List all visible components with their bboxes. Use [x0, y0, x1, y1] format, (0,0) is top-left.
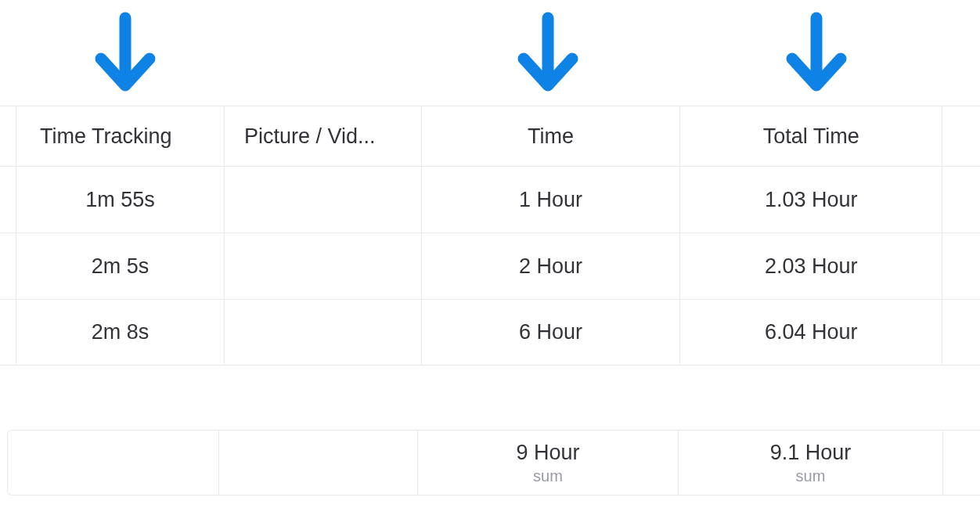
row-leading-spacer [0, 167, 16, 232]
data-table: Time Tracking Picture / Vid... Time Tota… [0, 106, 980, 366]
summary-cell-picture-video[interactable] [219, 431, 418, 495]
summary-total-time-value: 9.1 Hour [770, 440, 852, 465]
cell-picture-video[interactable] [225, 167, 422, 232]
arrow-down-icon [781, 12, 852, 95]
table-row[interactable]: 1m 55s 1 Hour 1.03 Hour [0, 166, 980, 232]
cell-total-time[interactable]: 1.03 Hour [680, 167, 942, 232]
summary-time-value: 9 Hour [516, 440, 579, 465]
cell-time-tracking[interactable]: 1m 55s [16, 167, 225, 232]
cell-time-tracking[interactable]: 2m 5s [16, 233, 225, 299]
cell-trailing [942, 167, 980, 232]
table-row[interactable]: 2m 5s 2 Hour 2.03 Hour [0, 232, 980, 299]
row-leading-spacer [0, 233, 16, 299]
table-header-row: Time Tracking Picture / Vid... Time Tota… [0, 106, 980, 166]
summary-cell-time[interactable]: 9 Hour sum [418, 431, 679, 495]
cell-total-time[interactable]: 2.03 Hour [680, 233, 942, 299]
cell-time[interactable]: 2 Hour [422, 233, 680, 299]
arrow-down-icon [90, 12, 160, 95]
row-leading-spacer [0, 300, 16, 365]
cell-trailing [942, 300, 980, 365]
arrow-down-icon [513, 12, 583, 95]
cell-trailing [942, 233, 980, 299]
cell-picture-video[interactable] [225, 233, 422, 299]
column-header-time-tracking[interactable]: Time Tracking [16, 106, 225, 166]
summary-cell-total-time[interactable]: 9.1 Hour sum [679, 431, 943, 495]
column-header-time[interactable]: Time [422, 106, 680, 166]
column-header-total-time[interactable]: Total Time [680, 106, 942, 166]
cell-picture-video[interactable] [225, 300, 422, 365]
column-header-trailing [942, 106, 980, 166]
cell-time[interactable]: 1 Hour [422, 167, 680, 232]
summary-cell-time-tracking[interactable] [9, 431, 219, 495]
cell-time[interactable]: 6 Hour [422, 300, 680, 365]
summary-trailing [943, 431, 980, 495]
annotation-arrows [0, 12, 980, 104]
table-summary-row: 9 Hour sum 9.1 Hour sum [7, 430, 980, 495]
table-leading-spacer [0, 106, 16, 166]
cell-time-tracking[interactable]: 2m 8s [16, 300, 225, 365]
cell-total-time[interactable]: 6.04 Hour [680, 300, 942, 365]
table-row[interactable]: 2m 8s 6 Hour 6.04 Hour [0, 299, 980, 366]
column-header-picture-video[interactable]: Picture / Vid... [225, 106, 422, 166]
summary-time-label: sum [533, 467, 563, 485]
summary-total-time-label: sum [796, 467, 826, 485]
